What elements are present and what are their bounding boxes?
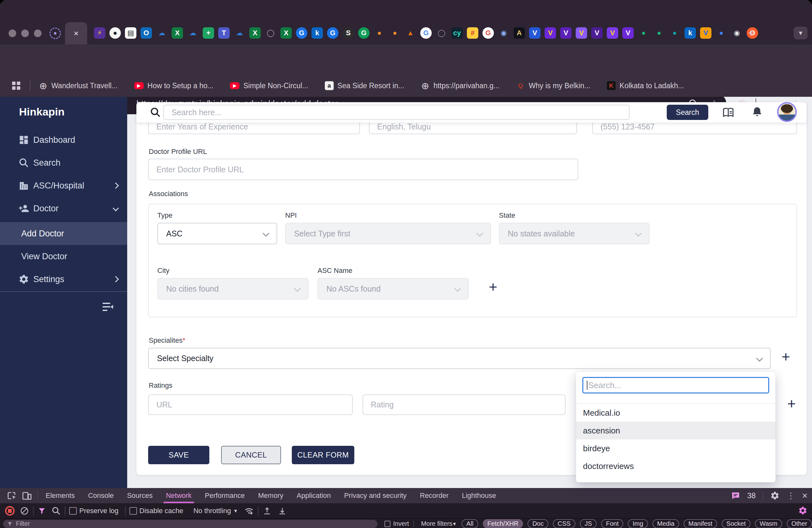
search-network-icon[interactable] <box>52 506 61 516</box>
pinned-tab-favicon[interactable]: ◉ <box>498 27 509 39</box>
network-filter-field[interactable] <box>3 520 377 528</box>
sync-settings-gear-icon[interactable] <box>798 506 808 515</box>
user-avatar[interactable] <box>777 102 797 122</box>
pinned-tab-favicon[interactable]: ⚡ <box>94 27 105 39</box>
add-specialty-button[interactable]: + <box>782 350 790 363</box>
new-tab-button[interactable]: + <box>748 27 754 39</box>
save-button[interactable]: SAVE <box>148 446 209 464</box>
bookmark-item[interactable]: Q Why is my Belkin... <box>516 81 590 90</box>
devtools-tab[interactable]: Network <box>166 488 192 503</box>
rating-value-input[interactable] <box>363 395 566 415</box>
profile-url-input[interactable] <box>148 159 578 180</box>
pinned-tab-favicon[interactable]: ● <box>374 27 385 39</box>
pinned-tab-favicon[interactable]: V <box>576 27 587 39</box>
form-input-clipped[interactable]: (555) 123-4567 <box>592 123 797 134</box>
specialty-select[interactable]: Select Specialty <box>148 348 771 369</box>
pinned-tab-favicon[interactable]: V <box>622 27 634 39</box>
devtools-tab[interactable]: Elements <box>46 488 75 503</box>
sidebar-collapse-icon[interactable] <box>101 300 115 314</box>
city-select[interactable]: No cities found <box>157 278 309 300</box>
pinned-tab-favicon[interactable]: ● <box>669 27 680 39</box>
devtools-tab[interactable]: Privacy and security <box>344 488 407 503</box>
request-type-chip[interactable]: Other <box>787 519 812 528</box>
active-tab[interactable]: × <box>65 22 87 44</box>
pinned-tab-favicon[interactable]: V <box>607 27 618 39</box>
book-toggle-icon[interactable] <box>722 106 735 119</box>
pinned-tab-favicon[interactable]: ☁ <box>234 27 245 39</box>
npi-select[interactable]: Select Type first <box>285 223 491 244</box>
pinned-tab-favicon[interactable]: T <box>218 27 230 39</box>
devtools-tab[interactable]: Console <box>88 488 114 503</box>
request-type-chip[interactable]: CSS <box>553 519 575 528</box>
record-network-log-icon[interactable] <box>5 506 15 516</box>
request-type-chip[interactable]: All <box>462 519 478 528</box>
bookmark-item[interactable]: ▶ Simple Non-Circul... <box>230 82 308 90</box>
pinned-tab-favicon[interactable]: O <box>141 27 152 39</box>
request-type-chip[interactable]: Socket <box>722 519 751 528</box>
pinned-tab-favicon[interactable]: ● <box>638 27 649 39</box>
dropdown-option[interactable]: Medical.io <box>576 404 775 422</box>
dropdown-option[interactable]: birdeye <box>576 440 775 457</box>
pinned-tab-favicon[interactable]: k <box>684 27 696 39</box>
preserve-log-checkbox[interactable] <box>69 507 77 515</box>
search-button[interactable]: Search <box>667 105 708 120</box>
sidebar-item-doctor[interactable]: Doctor <box>0 197 127 220</box>
request-type-chip[interactable]: Doc <box>527 519 548 528</box>
pinned-tab-favicon[interactable]: + <box>203 27 214 39</box>
sidebar-item-view-doctor[interactable]: View Doctor <box>0 245 127 268</box>
pinned-tab-favicon[interactable]: G <box>482 27 494 39</box>
zoom-window-button[interactable] <box>34 29 42 37</box>
pinned-tab-favicon[interactable]: G <box>358 27 369 39</box>
import-har-icon[interactable] <box>262 506 272 516</box>
pinned-tab-favicon[interactable]: ☁ <box>156 27 168 39</box>
throttling-select[interactable]: No throttling <box>193 507 231 515</box>
bookmark-item[interactable]: a Sea Side Resort in... <box>325 81 404 90</box>
pinned-tab-favicon[interactable]: V <box>529 27 540 39</box>
rating-url-input[interactable] <box>148 395 353 415</box>
dropdown-option[interactable]: ascension <box>576 422 775 440</box>
minimize-window-button[interactable] <box>21 29 29 37</box>
invert-checkbox[interactable] <box>385 521 391 527</box>
add-association-button[interactable]: + <box>489 281 497 293</box>
pinned-tab-favicon[interactable]: X <box>172 27 183 39</box>
form-input-clipped[interactable]: Enter Years of Experience <box>148 123 360 134</box>
pinned-tab-favicon[interactable]: G <box>420 27 432 39</box>
type-select[interactable]: ASC <box>157 223 277 244</box>
pinned-tab-favicon[interactable]: V <box>545 27 556 39</box>
request-type-chip[interactable]: Fetch/XHR <box>483 519 523 528</box>
pinned-tab-favicon[interactable]: G <box>296 27 307 39</box>
pinned-tab-favicon[interactable]: # <box>467 27 478 39</box>
bookmark-item[interactable]: ⊕ https://parivahan.g... <box>421 81 499 90</box>
pinned-tab-favicon[interactable]: cy <box>451 27 463 39</box>
sidebar-item-dashboard[interactable]: Dashboard <box>0 129 127 151</box>
tab-search-menu[interactable]: ▾ <box>794 27 808 39</box>
filter-funnel-icon[interactable] <box>38 506 46 515</box>
devtools-close-icon[interactable]: × <box>802 490 808 501</box>
devtools-tab[interactable]: Recorder <box>420 488 449 503</box>
sidebar-item-add-doctor[interactable]: Add Doctor <box>0 222 127 245</box>
devtools-settings-gear-icon[interactable] <box>770 491 780 500</box>
export-har-icon[interactable] <box>277 506 287 516</box>
network-conditions-icon[interactable] <box>244 506 254 516</box>
clear-form-button[interactable]: CLEAR FORM <box>292 446 354 464</box>
close-window-button[interactable] <box>9 29 16 37</box>
pinned-tab-favicon[interactable]: V <box>591 27 603 39</box>
pinned-tab-favicon[interactable]: ◯ <box>436 27 447 39</box>
clear-network-log-icon[interactable] <box>20 506 29 516</box>
inspect-element-icon[interactable] <box>6 490 17 501</box>
devtools-tab[interactable]: Application <box>296 488 331 503</box>
sidebar-item-settings[interactable]: Settings <box>0 268 127 291</box>
bookmark-item[interactable]: ⊕ Wanderlust Travell... <box>39 81 118 90</box>
console-messages-icon[interactable] <box>731 491 740 500</box>
form-input-clipped[interactable]: English, Telugu <box>369 123 577 134</box>
sidebar-item-asc-hospital[interactable]: ASC/Hospital <box>0 174 127 197</box>
request-type-chip[interactable]: Wasm <box>755 519 782 528</box>
pinned-tab-favicon[interactable]: ● <box>389 27 401 39</box>
pinned-tab-favicon[interactable]: ☁ <box>187 27 199 39</box>
dropdown-option[interactable]: doctorreviews <box>576 457 775 475</box>
search-input[interactable] <box>163 105 629 120</box>
notifications-bell-icon[interactable] <box>751 106 764 118</box>
pinned-tab-favicon[interactable]: X <box>249 27 261 39</box>
sidebar-item-search[interactable]: Search <box>0 151 127 174</box>
network-filter-input[interactable] <box>15 520 365 528</box>
